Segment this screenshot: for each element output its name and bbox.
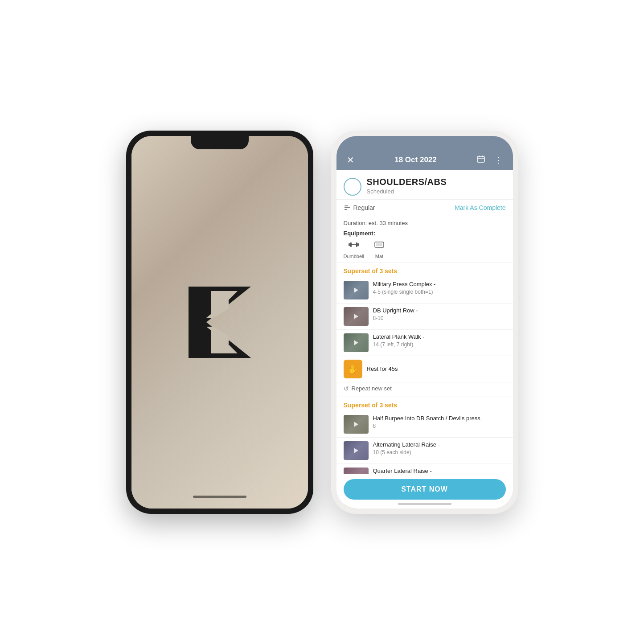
start-now-button[interactable]: START NOW	[344, 479, 506, 500]
mat-label: Mat	[375, 254, 383, 259]
svg-rect-20	[376, 243, 382, 246]
exercise-name: Lateral Plank Walk -	[373, 333, 506, 341]
exercise-thumb	[344, 307, 369, 326]
play-icon	[354, 314, 358, 319]
more-options-icon[interactable]: ⋮	[492, 155, 506, 165]
exercise-thumb	[344, 281, 369, 299]
repeat-icon: ↺	[344, 385, 349, 392]
svg-rect-15	[357, 243, 359, 246]
superset1-header: Superset of 3 sets	[336, 263, 513, 277]
workout-title: SHOULDERS/ABS	[367, 177, 447, 187]
left-phone-screen	[131, 136, 308, 509]
exercise-row[interactable]: Alternating Lateral Raise - 10 (5 each s…	[336, 438, 513, 464]
exercise-row[interactable]: DB Upright Row - 8-10	[336, 304, 513, 330]
workout-type: Regular	[353, 204, 375, 211]
exercise-name: Military Press Complex -	[373, 281, 506, 288]
exercise-info: Alternating Lateral Raise - 10 (5 each s…	[373, 441, 506, 456]
exercise-name: DB Upright Row -	[373, 307, 506, 315]
repeat-text: Repeat new set	[352, 385, 392, 392]
close-button[interactable]: ✕	[344, 155, 358, 165]
page-container: ✕ 18 Oct 2022 ⋮	[0, 0, 644, 644]
left-phone-background	[131, 136, 308, 509]
svg-rect-14	[349, 243, 350, 246]
equipment-items: Dumbbell Mat	[344, 240, 506, 259]
rest-text: Rest for 45s	[367, 365, 398, 372]
left-home-indicator	[193, 496, 246, 498]
header-right-icons: ⋮	[474, 155, 506, 165]
equipment-dumbbell: Dumbbell	[344, 240, 364, 259]
svg-rect-7	[477, 156, 484, 162]
svg-rect-0	[189, 287, 206, 358]
mark-complete-button[interactable]: Mark As Complete	[455, 204, 505, 211]
rest-icon: ✋	[344, 360, 362, 378]
exercise-info: DB Upright Row - 8-10	[373, 307, 506, 322]
regular-row: Regular Mark As Complete	[336, 200, 513, 216]
exercise-thumb	[344, 441, 369, 460]
equipment-label: Equipment:	[344, 230, 506, 237]
right-notch	[396, 136, 454, 149]
exercise-info: Military Press Complex - 4-5 (single sin…	[373, 281, 506, 295]
right-phone-screen: ✕ 18 Oct 2022 ⋮	[336, 136, 513, 509]
exercise-thumb	[344, 415, 369, 434]
left-notch	[191, 136, 249, 149]
exercise-reps: 10 (5 each side)	[373, 449, 506, 455]
exercise-reps: 8-10	[373, 315, 506, 321]
superset2-header: Superset of 3 sets	[336, 397, 513, 411]
exercise-row[interactable]: Military Press Complex - 4-5 (single sin…	[336, 277, 513, 304]
dumbbell-label: Dumbbell	[344, 254, 364, 259]
exercise-reps: 14 (7 left, 7 right)	[373, 341, 506, 348]
duration-text: Duration: est. 33 minutes	[344, 220, 506, 226]
workout-title-text: SHOULDERS/ABS Scheduled	[367, 177, 447, 195]
right-home-indicator	[398, 503, 451, 505]
play-icon	[354, 422, 358, 427]
hand-icon: ✋	[347, 364, 358, 374]
repeat-row: ↺ Repeat new set	[336, 382, 513, 397]
play-icon	[354, 448, 358, 453]
workout-title-section: SHOULDERS/ABS Scheduled	[336, 170, 513, 200]
right-phone: ✕ 18 Oct 2022 ⋮	[331, 131, 518, 514]
exercise-name: Alternating Lateral Raise -	[373, 441, 506, 449]
dumbbell-icon	[348, 240, 360, 252]
exercise-info: Lateral Plank Walk - 14 (7 left, 7 right…	[373, 333, 506, 348]
exercise-row[interactable]: Half Burpee Into DB Snatch / Devils pres…	[336, 411, 513, 438]
workout-circle-icon	[344, 178, 361, 196]
left-phone	[126, 131, 313, 514]
exercise-row[interactable]: Lateral Plank Walk - 14 (7 left, 7 right…	[336, 330, 513, 356]
info-section: Duration: est. 33 minutes Equipment:	[336, 216, 513, 263]
calendar-icon[interactable]	[474, 155, 488, 165]
play-icon	[354, 287, 358, 293]
exercise-reps: 8	[373, 423, 506, 429]
exercise-name: Half Burpee Into DB Snatch / Devils pres…	[373, 415, 506, 422]
workout-status: Scheduled	[367, 188, 447, 195]
svg-rect-16	[350, 242, 352, 247]
svg-rect-17	[356, 242, 357, 247]
equipment-mat: Mat	[373, 240, 386, 259]
exercise-thumb	[344, 333, 369, 352]
play-icon	[354, 340, 358, 345]
exercise-info: Half Burpee Into DB Snatch / Devils pres…	[373, 415, 506, 430]
sort-icon	[344, 204, 351, 211]
mat-icon	[373, 240, 386, 252]
k-logo-icon	[180, 278, 260, 367]
regular-left: Regular	[344, 204, 375, 211]
header-date: 18 Oct 2022	[358, 156, 474, 164]
exercise-reps: 4-5 (single single both=1)	[373, 289, 506, 295]
svg-rect-18	[352, 244, 356, 245]
rest-row: ✋ Rest for 45s	[336, 356, 513, 382]
app-content: SHOULDERS/ABS Scheduled Regular Ma	[336, 170, 513, 509]
